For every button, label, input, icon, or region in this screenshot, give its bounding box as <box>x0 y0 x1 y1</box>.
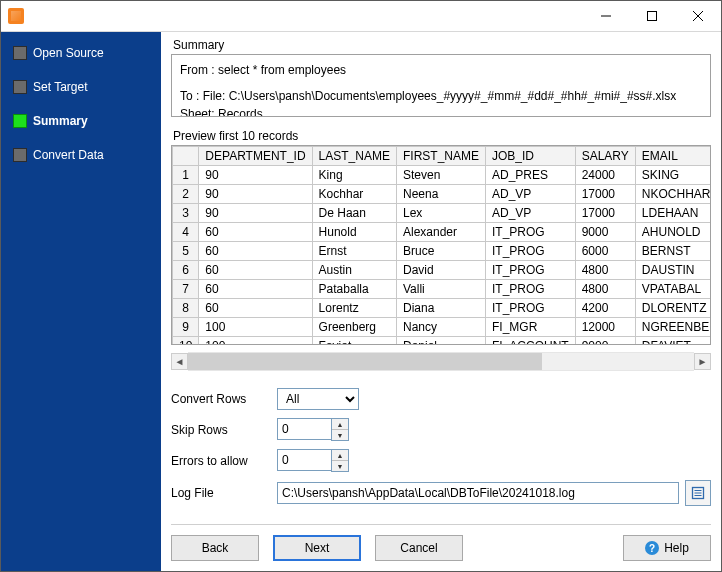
step-indicator-icon <box>13 80 27 94</box>
row-number-cell: 6 <box>173 261 199 280</box>
row-number-cell: 4 <box>173 223 199 242</box>
wizard-footer: Back Next Cancel ? Help <box>171 524 711 561</box>
table-cell: DAUSTIN <box>635 261 711 280</box>
table-cell: Lex <box>396 204 485 223</box>
scroll-right-arrow-icon[interactable]: ► <box>694 353 711 370</box>
table-cell: Pataballa <box>312 280 396 299</box>
table-cell: FI_MGR <box>485 318 575 337</box>
table-cell: SKING <box>635 166 711 185</box>
scroll-thumb[interactable] <box>188 353 542 370</box>
back-button[interactable]: Back <box>171 535 259 561</box>
svg-rect-0 <box>648 12 657 21</box>
table-row[interactable]: 290KochharNeenaAD_VP17000NKOCHHAR100 <box>173 185 712 204</box>
column-header[interactable]: FIRST_NAME <box>396 147 485 166</box>
app-window: Open SourceSet TargetSummaryConvert Data… <box>0 0 722 572</box>
table-cell: Neena <box>396 185 485 204</box>
table-cell: 17000 <box>575 204 635 223</box>
browse-file-icon <box>691 486 705 500</box>
table-cell: IT_PROG <box>485 261 575 280</box>
convert-rows-label: Convert Rows <box>171 392 277 406</box>
row-number-cell: 3 <box>173 204 199 223</box>
table-row[interactable]: 860LorentzDianaIT_PROG4200DLORENTZ103 <box>173 299 712 318</box>
table-cell: BERNST <box>635 242 711 261</box>
app-icon-slot <box>1 8 31 24</box>
wizard-step-open-source[interactable]: Open Source <box>5 42 157 64</box>
errors-stepper[interactable]: ▲ ▼ <box>277 449 349 472</box>
close-button[interactable] <box>675 1 721 31</box>
table-cell: Nancy <box>396 318 485 337</box>
table-cell: Ernst <box>312 242 396 261</box>
table-cell: 60 <box>199 223 312 242</box>
column-header[interactable]: JOB_ID <box>485 147 575 166</box>
table-cell: 90 <box>199 166 312 185</box>
table-row[interactable]: 10100FavietDanielFI_ACCOUNT9000DFAVIET10… <box>173 337 712 346</box>
table-cell: De Haan <box>312 204 396 223</box>
table-cell: David <box>396 261 485 280</box>
table-cell: 4200 <box>575 299 635 318</box>
column-header[interactable]: SALARY <box>575 147 635 166</box>
minimize-button[interactable] <box>583 1 629 31</box>
preview-grid[interactable]: DEPARTMENT_IDLAST_NAMEFIRST_NAMEJOB_IDSA… <box>171 145 711 345</box>
next-button[interactable]: Next <box>273 535 361 561</box>
errors-up-icon[interactable]: ▲ <box>332 450 348 461</box>
table-row[interactable]: 460HunoldAlexanderIT_PROG9000AHUNOLD102 <box>173 223 712 242</box>
maximize-button[interactable] <box>629 1 675 31</box>
column-header[interactable]: EMAIL <box>635 147 711 166</box>
errors-input[interactable] <box>277 449 331 471</box>
column-header[interactable]: LAST_NAME <box>312 147 396 166</box>
table-row[interactable]: 660AustinDavidIT_PROG4800DAUSTIN103 <box>173 261 712 280</box>
table-cell: Alexander <box>396 223 485 242</box>
table-row[interactable]: 190KingStevenAD_PRES24000SKINGnull <box>173 166 712 185</box>
table-cell: 60 <box>199 280 312 299</box>
skip-rows-input[interactable] <box>277 418 331 440</box>
table-cell: 17000 <box>575 185 635 204</box>
row-number-cell: 10 <box>173 337 199 346</box>
wizard-step-summary[interactable]: Summary <box>5 110 157 132</box>
summary-text-box: From : select * from employees To : File… <box>171 54 711 117</box>
wizard-step-set-target[interactable]: Set Target <box>5 76 157 98</box>
row-number-cell: 9 <box>173 318 199 337</box>
scroll-left-arrow-icon[interactable]: ◄ <box>171 353 188 370</box>
table-cell: Faviet <box>312 337 396 346</box>
wizard-step-convert-data[interactable]: Convert Data <box>5 144 157 166</box>
skip-rows-up-icon[interactable]: ▲ <box>332 419 348 430</box>
table-cell: Steven <box>396 166 485 185</box>
step-indicator-icon <box>13 114 27 128</box>
row-number-header <box>173 147 199 166</box>
help-icon: ? <box>645 541 659 555</box>
table-row[interactable]: 760PataballaValliIT_PROG4800VPATABAL103 <box>173 280 712 299</box>
table-row[interactable]: 390De HaanLexAD_VP17000LDEHAAN100 <box>173 204 712 223</box>
table-cell: AD_VP <box>485 185 575 204</box>
table-cell: 90 <box>199 185 312 204</box>
convert-rows-select[interactable]: All <box>277 388 359 410</box>
row-number-cell: 1 <box>173 166 199 185</box>
table-cell: Bruce <box>396 242 485 261</box>
table-row[interactable]: 560ErnstBruceIT_PROG6000BERNST103 <box>173 242 712 261</box>
table-cell: 6000 <box>575 242 635 261</box>
errors-down-icon[interactable]: ▼ <box>332 461 348 471</box>
cancel-button[interactable]: Cancel <box>375 535 463 561</box>
step-label: Convert Data <box>33 148 104 162</box>
table-cell: AD_PRES <box>485 166 575 185</box>
column-header[interactable]: DEPARTMENT_ID <box>199 147 312 166</box>
skip-rows-down-icon[interactable]: ▼ <box>332 430 348 440</box>
help-button[interactable]: ? Help <box>623 535 711 561</box>
table-cell: Austin <box>312 261 396 280</box>
table-cell: Diana <box>396 299 485 318</box>
horizontal-scrollbar[interactable]: ◄ ► <box>171 353 711 370</box>
table-cell: 4800 <box>575 261 635 280</box>
skip-rows-stepper[interactable]: ▲ ▼ <box>277 418 349 441</box>
table-cell: IT_PROG <box>485 223 575 242</box>
table-cell: VPATABAL <box>635 280 711 299</box>
table-cell: Valli <box>396 280 485 299</box>
browse-log-button[interactable] <box>685 480 711 506</box>
help-label: Help <box>664 541 689 555</box>
table-cell: DFAVIET <box>635 337 711 346</box>
table-cell: King <box>312 166 396 185</box>
table-cell: FI_ACCOUNT <box>485 337 575 346</box>
scroll-track[interactable] <box>188 352 694 371</box>
preview-heading: Preview first 10 records <box>173 129 711 143</box>
log-file-input[interactable] <box>277 482 679 504</box>
table-row[interactable]: 9100GreenbergNancyFI_MGR12000NGREENBE101 <box>173 318 712 337</box>
summary-to-line: To : File: C:\Users\pansh\Documents\empl… <box>180 87 702 117</box>
